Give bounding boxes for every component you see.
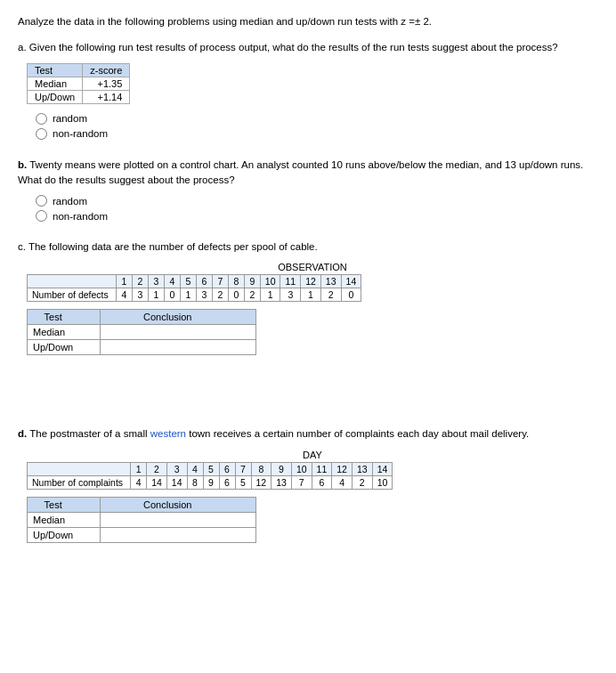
question-b-options: random non-random <box>36 195 598 222</box>
radio-input-nonrandom-b[interactable] <box>36 210 47 222</box>
day-val-d-8: 12 <box>251 475 272 489</box>
obs-val-c-14: 0 <box>341 288 361 302</box>
concl-input-updown-c[interactable] <box>106 342 229 353</box>
day-col-9: 9 <box>272 462 292 475</box>
day-col-3: 3 <box>166 462 187 475</box>
table-row: Up/Down +1.14 <box>28 90 130 103</box>
day-label-d: DAY <box>27 450 598 460</box>
day-col-6: 6 <box>219 462 235 475</box>
nonrandom-label-b: non-random <box>53 211 108 222</box>
concl-col-test-d: Test <box>28 497 101 512</box>
obs-val-c-11: 3 <box>280 288 301 302</box>
cell-median-z: +1.35 <box>83 77 130 90</box>
concl-cell-median-d: Median <box>28 512 101 527</box>
day-val-d-11: 6 <box>312 475 332 489</box>
concl-input-median-c[interactable] <box>106 327 229 337</box>
day-col-14: 14 <box>372 462 393 475</box>
concl-cell-median-val-d[interactable] <box>101 512 256 527</box>
radio-random-b[interactable]: random <box>36 195 598 207</box>
day-val-d-2: 14 <box>147 475 167 489</box>
concl-row-median-d: Median <box>28 512 256 527</box>
obs-val-c-9: 2 <box>244 288 260 302</box>
question-d-bold: d. <box>18 428 27 439</box>
obs-col-12: 12 <box>301 275 321 288</box>
question-b: b. Twenty means were plotted on a contro… <box>18 158 598 223</box>
question-a-options: random non-random <box>36 113 598 140</box>
obs-val-c-4: 0 <box>164 288 180 302</box>
day-val-d-3: 14 <box>166 475 187 489</box>
obs-val-c-3: 1 <box>148 288 164 302</box>
intro-text: Analyze the data in the following proble… <box>18 14 598 29</box>
obs-col-1: 1 <box>116 275 132 288</box>
day-col-13: 13 <box>352 462 372 475</box>
obs-val-c-2: 3 <box>132 288 148 302</box>
obs-col-5: 5 <box>180 275 196 288</box>
concl-row-updown-d: Up/Down <box>28 527 256 542</box>
day-col-10: 10 <box>291 462 312 475</box>
day-val-d-1: 4 <box>131 475 147 489</box>
obs-col-3: 3 <box>148 275 164 288</box>
table-row: Median +1.35 <box>28 77 130 90</box>
concl-cell-updown-val-c[interactable] <box>101 340 256 355</box>
obs-col-7: 7 <box>212 275 228 288</box>
concl-input-median-d[interactable] <box>106 515 229 525</box>
question-b-label: b. Twenty means were plotted on a contro… <box>18 158 598 189</box>
col-zscore: z-score <box>83 63 130 77</box>
radio-input-random-b[interactable] <box>36 195 47 207</box>
question-a-label: a. Given the following run test results … <box>18 40 598 55</box>
day-val-d-6: 6 <box>219 475 235 489</box>
concl-row-updown-c: Up/Down <box>28 340 256 355</box>
observation-section-c: OBSERVATION 1 2 3 4 5 6 7 8 9 10 11 12 <box>27 262 598 302</box>
day-row-label-d: Number of complaints <box>28 475 131 489</box>
conclusion-table-d: Test Conclusion Median Up/Down <box>27 497 256 543</box>
question-b-text: Twenty means were plotted on a control c… <box>18 159 583 185</box>
day-val-d-12: 4 <box>332 475 353 489</box>
day-val-d-5: 9 <box>203 475 219 489</box>
obs-val-c-10: 1 <box>260 288 280 302</box>
day-val-d-14: 10 <box>372 475 393 489</box>
day-col-1: 1 <box>131 462 147 475</box>
concl-cell-updown-c: Up/Down <box>28 340 101 355</box>
radio-nonrandom-a[interactable]: non-random <box>36 128 598 140</box>
question-c-label: c. The following data are the number of … <box>18 239 598 255</box>
obs-col-6: 6 <box>196 275 212 288</box>
obs-val-c-8: 0 <box>228 288 244 302</box>
day-val-d-9: 13 <box>272 475 292 489</box>
day-col-2: 2 <box>147 462 167 475</box>
highlight-western: western <box>150 428 186 439</box>
day-col-5: 5 <box>203 462 219 475</box>
concl-input-updown-d[interactable] <box>106 530 229 540</box>
question-a: a. Given the following run test results … <box>18 40 598 139</box>
concl-row-median-c: Median <box>28 325 256 340</box>
obs-row-label-c: Number of defects <box>28 288 117 302</box>
obs-val-c-13: 2 <box>320 288 341 302</box>
obs-col-10: 10 <box>260 275 280 288</box>
obs-table-d: 1 2 3 4 5 6 7 8 9 10 11 12 13 14 <box>27 462 393 490</box>
radio-input-random-a[interactable] <box>36 113 47 125</box>
question-c: c. The following data are the number of … <box>18 239 598 355</box>
obs-val-c-7: 2 <box>212 288 228 302</box>
day-col-label <box>28 462 131 475</box>
obs-val-c-6: 3 <box>196 288 212 302</box>
obs-col-4: 4 <box>164 275 180 288</box>
concl-cell-median-c: Median <box>28 325 101 340</box>
radio-random-a[interactable]: random <box>36 113 598 125</box>
concl-cell-median-val-c[interactable] <box>101 325 256 340</box>
question-d-label: d. The postmaster of a small western tow… <box>18 426 598 442</box>
day-val-d-7: 5 <box>235 475 251 489</box>
nonrandom-label-a: non-random <box>53 128 108 139</box>
obs-col-label <box>28 275 117 288</box>
day-val-d-4: 8 <box>187 475 203 489</box>
day-val-d-10: 7 <box>291 475 312 489</box>
question-a-table: Test z-score Median +1.35 Up/Down +1.14 <box>27 63 130 104</box>
cell-updown-z: +1.14 <box>83 90 130 103</box>
concl-col-conclusion-c: Conclusion <box>101 310 256 325</box>
col-test: Test <box>28 63 83 77</box>
radio-nonrandom-b[interactable]: non-random <box>36 210 598 222</box>
radio-input-nonrandom-a[interactable] <box>36 128 47 140</box>
obs-val-c-1: 4 <box>116 288 132 302</box>
question-b-bold: b. <box>18 159 27 170</box>
concl-cell-updown-val-d[interactable] <box>101 527 256 542</box>
random-label-b: random <box>53 196 87 207</box>
obs-table-c: 1 2 3 4 5 6 7 8 9 10 11 12 13 14 <box>27 274 361 302</box>
